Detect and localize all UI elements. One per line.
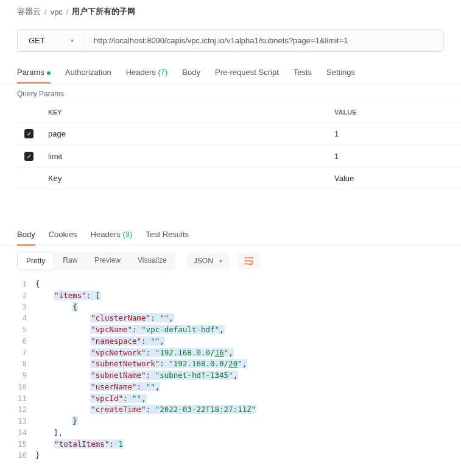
line-number: 12	[17, 404, 35, 416]
line-number: 1	[17, 279, 35, 290]
line-number: 10	[17, 382, 35, 393]
param-value-placeholder[interactable]: Value	[327, 168, 461, 190]
resp-tab-tests[interactable]: Test Results	[146, 226, 189, 245]
line-number: 8	[17, 358, 35, 370]
line-number: 14	[17, 427, 35, 439]
line-number: 11	[17, 393, 35, 405]
breadcrumb-sep: /	[44, 7, 47, 16]
breadcrumb-item[interactable]: vpc	[51, 7, 63, 16]
line-number: 3	[17, 302, 35, 313]
line-number: 2	[17, 290, 35, 302]
line-number: 13	[17, 416, 35, 427]
th-key: KEY	[41, 102, 327, 123]
param-value-cell[interactable]: 1	[327, 123, 461, 145]
param-value-cell[interactable]: 1	[327, 145, 461, 168]
resp-tab-headers[interactable]: Headers (3)	[91, 226, 133, 245]
th-check	[17, 102, 41, 123]
breadcrumb: 容器云 / vpc / 用户下所有的子网	[0, 0, 461, 23]
tab-authorization[interactable]: Authorization	[65, 63, 111, 83]
breadcrumb-current: 用户下所有的子网	[72, 6, 135, 17]
param-key-placeholder[interactable]: Key	[41, 168, 327, 190]
view-pretty[interactable]: Pretty	[17, 252, 54, 270]
table-row: ✓ limit 1	[17, 145, 461, 168]
view-visualize[interactable]: Visualize	[129, 252, 175, 270]
format-select[interactable]: JSON ▾	[186, 253, 230, 269]
query-params-table: KEY VALUE ✓ page 1 ✓ limit 1 Key Value	[17, 102, 461, 190]
tab-body[interactable]: Body	[182, 63, 200, 83]
checkbox-checked-icon[interactable]: ✓	[24, 152, 33, 161]
tab-headers[interactable]: Headers (7)	[126, 63, 168, 83]
request-tabs: Params Authorization Headers (7) Body Pr…	[0, 63, 461, 83]
request-url-bar: GET ▾	[17, 29, 444, 52]
view-preview[interactable]: Preview	[86, 252, 129, 270]
tab-tests[interactable]: Tests	[294, 63, 312, 83]
line-number: 6	[17, 336, 35, 347]
param-key-cell[interactable]: page	[41, 123, 327, 145]
resp-tab-body[interactable]: Body	[17, 226, 35, 245]
line-number: 15	[17, 439, 35, 450]
method-label: GET	[29, 36, 45, 45]
response-toolbar: Pretty Raw Preview Visualize JSON ▾	[0, 246, 461, 276]
line-number: 16	[17, 450, 35, 461]
table-row: ✓ page 1	[17, 123, 461, 145]
breadcrumb-item[interactable]: 容器云	[17, 6, 41, 17]
response-body-code: 1{ 2 "items": [ 3 { 4 "clusterName": "",…	[0, 276, 461, 474]
method-select[interactable]: GET ▾	[18, 30, 85, 51]
line-number: 7	[17, 347, 35, 359]
line-number: 4	[17, 313, 35, 324]
view-mode-group: Pretty Raw Preview Visualize	[17, 252, 175, 270]
response-tabs: Body Cookies Headers (3) Test Results	[0, 202, 461, 246]
tab-params[interactable]: Params	[17, 63, 51, 83]
query-params-title: Query Params	[0, 83, 461, 102]
th-value: VALUE	[327, 102, 461, 123]
table-row-empty: Key Value	[17, 168, 461, 190]
active-dot-icon	[47, 71, 51, 75]
tab-settings[interactable]: Settings	[326, 63, 355, 83]
resp-tab-cookies[interactable]: Cookies	[49, 226, 77, 245]
line-number: 9	[17, 370, 35, 382]
view-raw[interactable]: Raw	[54, 252, 86, 270]
wrap-lines-icon[interactable]	[238, 253, 260, 269]
chevron-down-icon: ▾	[71, 37, 74, 44]
checkbox-checked-icon[interactable]: ✓	[24, 129, 33, 138]
chevron-down-icon: ▾	[219, 258, 222, 265]
breadcrumb-sep: /	[66, 7, 69, 16]
line-number: 5	[17, 324, 35, 336]
param-key-cell[interactable]: limit	[41, 145, 327, 168]
url-input[interactable]	[85, 30, 443, 51]
tab-prerequest[interactable]: Pre-request Script	[215, 63, 279, 83]
